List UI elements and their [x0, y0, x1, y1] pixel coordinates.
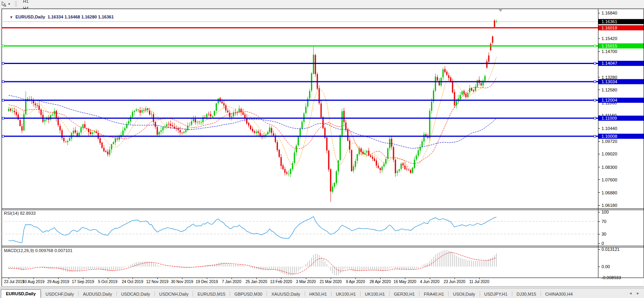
chart-canvas: 1.168401.154201.147001.132801.125801.118… — [0, 0, 644, 288]
price-tag-label: 1.12004 — [602, 98, 617, 102]
date-tick-label: 30 Nov 2019 — [171, 280, 193, 284]
rsi-indicator-label: RSI(14) 82.8933 — [4, 211, 36, 216]
tab-scroll-right-icon[interactable]: ► — [634, 291, 642, 295]
date-tick-label: 11 Jul 2020 — [469, 280, 489, 284]
chart-tab-audusd-daily[interactable]: AUDUSD,Daily — [79, 290, 116, 298]
price-tick-label: 1.12580 — [602, 88, 617, 92]
rsi-tick-label: 100 — [602, 210, 609, 214]
chart-tab-china300-h4[interactable]: CHINA300,H4 — [541, 290, 577, 298]
chart-background — [2, 9, 644, 286]
price-tick-label: 1.06180 — [602, 203, 617, 208]
date-tick-label: 16 May 2020 — [394, 280, 416, 284]
price-tick-label: 1.09020 — [602, 152, 617, 156]
chart-tab-usoil-daily[interactable]: USOil,Daily — [449, 290, 479, 298]
price-tick-label: 1.13280 — [602, 75, 617, 80]
chart-tab-gbpusd-m30[interactable]: GBPUSD,M30 — [230, 290, 267, 298]
line-handle[interactable] — [594, 80, 596, 82]
date-tick-label: 19 Dec 2019 — [196, 280, 218, 284]
date-tick-label: 9 Apr 2020 — [346, 280, 365, 284]
date-tick-label: 5 Oct 2019 — [98, 280, 118, 284]
chart-tab-uk100-h1[interactable]: UK100,H1 — [331, 290, 360, 298]
current-price-tag-label: 1.16361 — [602, 19, 617, 24]
chart-ohlc-title: ▼EURUSD,Daily 1.16334 1.16468 1.16280 1.… — [5, 10, 114, 24]
price-tick-label: 1.06880 — [602, 190, 617, 195]
tab-scroll-left-icon[interactable]: ◄ — [627, 291, 634, 295]
macd-indicator-label: MACD(12,26,9) 0.009768 0.007101 — [4, 248, 72, 253]
price-tag-label: 1.15015 — [602, 44, 617, 48]
price-tick-label: 1.08300 — [602, 165, 617, 170]
date-tick-label: 29 Aug 2019 — [47, 280, 70, 284]
price-tick-label: 1.15420 — [602, 36, 617, 41]
chart-tab-eurusd-m15[interactable]: EURUSD,M15 — [193, 290, 230, 298]
chart-tab-usdchf-daily[interactable]: USDCHF,Daily — [41, 290, 78, 298]
line-handle[interactable] — [594, 99, 596, 101]
macd-tick-label: -0.008933 — [602, 275, 621, 280]
price-tag-label: 1.13034 — [602, 79, 617, 84]
price-tick-label: 1.16840 — [602, 11, 617, 15]
chart-tab-usdcnh-daily[interactable]: USDCNH,Daily — [155, 290, 193, 298]
chart-tab-dj30-m15[interactable]: DJ30,M15 — [512, 290, 541, 298]
line-handle[interactable] — [2, 62, 4, 64]
date-tick-label: 25 Jan 2020 — [245, 280, 267, 284]
symbol-timeframe-label: EURUSD,Daily — [15, 15, 45, 19]
chart-tab-ger30-h1[interactable]: GER30,H1 — [390, 290, 419, 298]
line-handle[interactable] — [594, 45, 596, 47]
tabs-container: EURUSD,DailyUSDCHF,DailyAUDUSD,DailyUSDC… — [0, 289, 577, 298]
rsi-tick-label: 0 — [602, 241, 604, 246]
tab-scroll-nav: ◄ ► — [627, 288, 644, 298]
rsi-tick-label: 30 — [602, 232, 606, 236]
price-tick-label: 1.09720 — [602, 139, 617, 144]
date-tick-label: 24 Oct 2019 — [122, 280, 144, 284]
rsi-tick-label: 70 — [602, 219, 606, 224]
line-handle[interactable] — [2, 99, 4, 101]
macd-tick-label: 0.013121 — [602, 247, 620, 252]
date-tick-label: 23 Jul 2019 — [4, 280, 24, 284]
date-tick-label: 21 Mar 2020 — [320, 280, 342, 284]
ohlc-values: 1.16334 1.16468 1.16280 1.16361 — [48, 15, 114, 19]
line-handle[interactable] — [2, 45, 4, 47]
price-tick-label: 1.10440 — [602, 126, 617, 131]
chart-tab-bar: EURUSD,DailyUSDCHF,DailyAUDUSD,DailyUSDC… — [0, 288, 644, 298]
macd-tick-label: 0.00 — [602, 264, 610, 269]
date-tick-label: 23 Jun 2020 — [443, 280, 465, 284]
collapse-triangle-icon[interactable]: ▼ — [9, 15, 13, 19]
price-tick-label: 1.07600 — [602, 177, 617, 182]
date-tick-label: 10 Aug 2019 — [22, 280, 45, 284]
date-tick-label: 17 Sep 2019 — [72, 280, 94, 284]
line-handle[interactable] — [594, 135, 596, 137]
line-handle[interactable] — [594, 117, 596, 119]
chart-tab-uk100-h1[interactable]: UK100,H1 — [361, 290, 389, 298]
price-tag-label: 1.14047 — [602, 61, 617, 66]
price-tick-label: 1.14700 — [602, 49, 617, 54]
date-tick-label: 28 Apr 2020 — [370, 280, 391, 284]
line-handle[interactable] — [594, 62, 596, 64]
chart-tab-usdjpy-h1[interactable]: USDJPY,H1 — [480, 290, 512, 298]
date-tick-label: 7 Jan 2020 — [222, 280, 241, 284]
date-tick-label: 3 Mar 2020 — [296, 280, 316, 284]
chart-tab-fra40-h1[interactable]: FRA40,H1 — [420, 290, 448, 298]
line-handle[interactable] — [2, 117, 4, 119]
chart-tab-eurusd-daily[interactable]: EURUSD,Daily — [1, 289, 41, 298]
chart-tab-xauusd-daily[interactable]: XAUUSD,Daily — [267, 290, 304, 298]
chart-tab-usdcad-daily[interactable]: USDCAD,Daily — [117, 290, 155, 298]
price-tag-label: 1.16018 — [602, 26, 617, 30]
line-handle[interactable] — [2, 135, 4, 137]
price-tag-label: 1.11009 — [602, 116, 617, 121]
date-tick-label: 4 Jun 2020 — [420, 280, 440, 284]
chart-tab-hk50-h1[interactable]: HK50,H1 — [305, 290, 331, 298]
date-tick-label: 13 Feb 2020 — [270, 280, 293, 284]
line-handle[interactable] — [2, 80, 4, 82]
price-tag-label: 1.10008 — [602, 134, 617, 139]
mt4-chart-window: ▾ M1M5M15M30H1H4D1W1MN 1.168401.154201.1… — [0, 0, 644, 298]
date-tick-label: 12 Nov 2019 — [146, 280, 169, 284]
